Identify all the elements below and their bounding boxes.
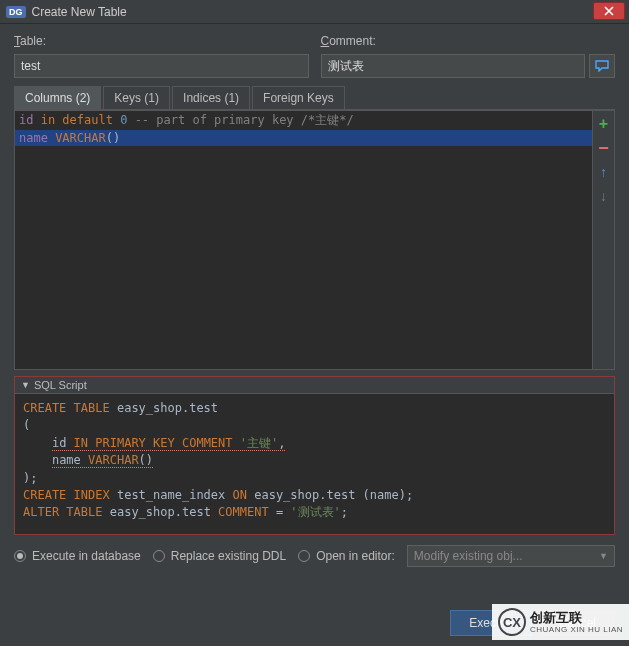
move-down-button[interactable]: ↓ xyxy=(597,189,611,203)
chevron-down-icon: ▼ xyxy=(599,551,608,561)
columns-list[interactable]: id in default 0 -- part of primary key /… xyxy=(15,111,592,369)
arrow-up-icon: ↑ xyxy=(600,164,607,180)
column-row[interactable]: name VARCHAR() xyxy=(15,130,592,146)
radio-icon xyxy=(14,550,26,562)
watermark-logo-icon: CX xyxy=(498,608,526,636)
add-column-button[interactable]: + xyxy=(597,117,611,131)
table-label: Table: xyxy=(14,34,309,48)
move-up-button[interactable]: ↑ xyxy=(597,165,611,179)
comment-field-group: Comment: xyxy=(321,34,616,78)
tabs: Columns (2) Keys (1) Indices (1) Foreign… xyxy=(14,86,615,110)
sql-header[interactable]: ▼ SQL Script xyxy=(15,377,614,394)
radio-icon xyxy=(298,550,310,562)
radio-replace-ddl[interactable]: Replace existing DDL xyxy=(153,549,286,563)
sql-section: ▼ SQL Script CREATE TABLE easy_shop.test… xyxy=(14,376,615,535)
window-title: Create New Table xyxy=(32,5,127,19)
plus-icon: + xyxy=(599,115,608,133)
column-side-toolbar: + − ↑ ↓ xyxy=(592,111,614,369)
watermark: CX 创新互联 CHUANG XIN HU LIAN xyxy=(492,604,629,640)
comment-label: Comment: xyxy=(321,34,616,48)
close-icon xyxy=(604,6,614,16)
open-editor-select[interactable]: Modify existing obj... ▼ xyxy=(407,545,615,567)
sql-header-label: SQL Script xyxy=(34,379,87,391)
remove-column-button[interactable]: − xyxy=(597,141,611,155)
app-badge: DG xyxy=(6,6,26,18)
radio-open-editor[interactable]: Open in editor: xyxy=(298,549,395,563)
tab-foreign-keys[interactable]: Foreign Keys xyxy=(252,86,345,109)
tab-columns[interactable]: Columns (2) xyxy=(14,86,101,109)
radio-label: Execute in database xyxy=(32,549,141,563)
arrow-down-icon: ↓ xyxy=(600,188,607,204)
radio-label: Replace existing DDL xyxy=(171,549,286,563)
title-bar: DG Create New Table xyxy=(0,0,629,24)
close-button[interactable] xyxy=(593,2,625,20)
form-area: Table: Comment: xyxy=(0,24,629,82)
tab-keys[interactable]: Keys (1) xyxy=(103,86,170,109)
open-editor-value: Modify existing obj... xyxy=(414,549,523,563)
watermark-cn: 创新互联 xyxy=(530,611,623,624)
collapse-icon: ▼ xyxy=(21,380,30,390)
options-row: Execute in database Replace existing DDL… xyxy=(14,545,615,567)
table-field-group: Table: xyxy=(14,34,309,78)
tab-indices[interactable]: Indices (1) xyxy=(172,86,250,109)
watermark-en: CHUANG XIN HU LIAN xyxy=(530,626,623,634)
radio-icon xyxy=(153,550,165,562)
sql-body[interactable]: CREATE TABLE easy_shop.test ( id IN PRIM… xyxy=(15,394,614,534)
speech-bubble-icon xyxy=(595,60,609,72)
radio-label: Open in editor: xyxy=(316,549,395,563)
comment-expand-button[interactable] xyxy=(589,54,615,78)
radio-execute-db[interactable]: Execute in database xyxy=(14,549,141,563)
comment-input[interactable] xyxy=(321,54,586,78)
column-row[interactable]: id in default 0 -- part of primary key /… xyxy=(15,111,592,130)
table-input[interactable] xyxy=(14,54,309,78)
minus-icon: − xyxy=(598,138,609,159)
columns-editor: id in default 0 -- part of primary key /… xyxy=(14,110,615,370)
